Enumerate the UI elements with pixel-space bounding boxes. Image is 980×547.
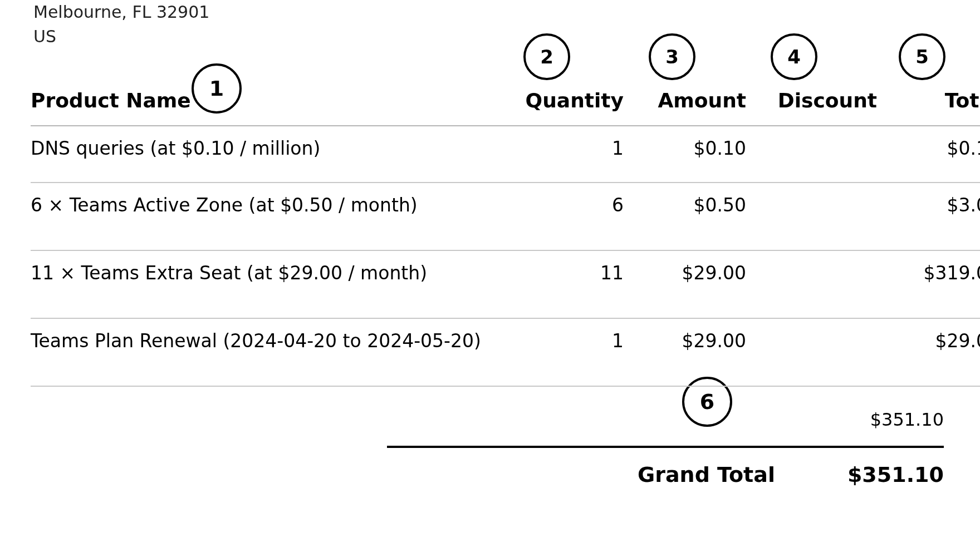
table-body: DNS queries (at $0.10 / million) 1 $0.10… (31, 126, 980, 386)
annotation-2: 2 (523, 33, 570, 80)
billing-address: Melbourne, FL 32901 US (33, 0, 209, 49)
cell-product: 6 × Teams Active Zone (at $0.50 / month) (31, 183, 507, 250)
cell-product: DNS queries (at $0.10 / million) (31, 126, 507, 183)
cell-total: $0.10 (877, 126, 980, 183)
cell-quantity: 11 (507, 250, 624, 318)
table-row: 6 × Teams Active Zone (at $0.50 / month)… (31, 183, 980, 250)
cell-product: 11 × Teams Extra Seat (at $29.00 / month… (31, 250, 507, 318)
table-header-row: Product Name Quantity Amount Discount To… (31, 89, 980, 126)
address-line-1: Melbourne, FL 32901 (33, 0, 209, 24)
col-header-discount: Discount (746, 89, 877, 126)
cell-quantity: 1 (507, 318, 624, 386)
annotation-3: 3 (649, 33, 695, 80)
cell-discount (746, 250, 877, 318)
cell-quantity: 1 (507, 126, 624, 183)
cell-amount: $29.00 (624, 318, 746, 386)
subtotal-value: $351.10 (870, 409, 944, 430)
cell-total: $29.00 (877, 318, 980, 386)
grand-total-label: Grand Total (638, 462, 775, 487)
col-header-amount: Amount (624, 89, 746, 126)
invoice-line-items-table: Product Name Quantity Amount Discount To… (31, 89, 980, 387)
grand-total-row: Grand Total $351.10 (387, 448, 944, 487)
cell-amount: $29.00 (624, 250, 746, 318)
table-row: Teams Plan Renewal (2024-04-20 to 2024-0… (31, 318, 980, 386)
cell-discount (746, 318, 877, 386)
cell-amount: $0.10 (624, 126, 746, 183)
grand-total-value: $351.10 (847, 462, 944, 487)
cell-discount (746, 126, 877, 183)
cell-product: Teams Plan Renewal (2024-04-20 to 2024-0… (31, 318, 507, 386)
cell-discount (746, 183, 877, 250)
cell-total: $319.00 (877, 250, 980, 318)
subtotal-row: $351.10 (387, 409, 944, 448)
table-row: DNS queries (at $0.10 / million) 1 $0.10… (31, 126, 980, 183)
annotation-4: 4 (771, 33, 817, 80)
col-header-quantity: Quantity (507, 89, 624, 126)
table-row: 11 × Teams Extra Seat (at $29.00 / month… (31, 250, 980, 318)
address-line-2: US (33, 24, 209, 49)
cell-amount: $0.50 (624, 183, 746, 250)
invoice-page: Melbourne, FL 32901 US 1 2 3 4 5 6 Produ… (0, 0, 980, 547)
col-header-total: Total (877, 89, 980, 126)
cell-quantity: 6 (507, 183, 624, 250)
totals-block: $351.10 Grand Total $351.10 (387, 409, 944, 487)
annotation-5: 5 (899, 33, 945, 80)
col-header-product: Product Name (31, 89, 507, 126)
cell-total: $3.00 (877, 183, 980, 250)
